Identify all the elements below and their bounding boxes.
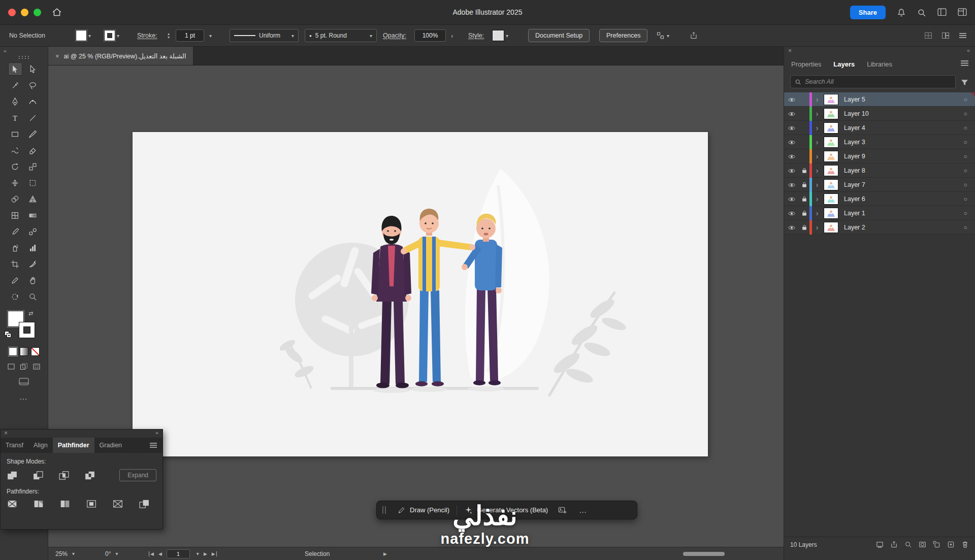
- layer-row[interactable]: ›Layer 1○: [784, 206, 975, 220]
- first-artboard-icon[interactable]: ◀: [149, 551, 154, 556]
- eraser-tool[interactable]: [26, 144, 40, 157]
- reference-image-button[interactable]: [553, 501, 572, 519]
- taskbar-drag-handle[interactable]: [382, 506, 386, 514]
- layer-thumbnail[interactable]: [824, 137, 838, 147]
- target-circle-icon[interactable]: ○: [958, 195, 973, 203]
- layer-thumbnail[interactable]: [824, 180, 838, 190]
- target-circle-icon[interactable]: ○: [958, 96, 973, 103]
- artboard-tool[interactable]: [8, 257, 22, 271]
- zoom-tool[interactable]: [26, 290, 40, 303]
- lock-icon[interactable]: [799, 210, 809, 216]
- panel-stack-icon[interactable]: [937, 8, 947, 17]
- tab-layers[interactable]: Layers: [833, 60, 855, 68]
- expand-chevron-icon[interactable]: ›: [812, 181, 822, 188]
- layer-thumbnail[interactable]: [824, 109, 838, 119]
- new-layer-icon[interactable]: [947, 541, 955, 548]
- layer-row[interactable]: ›Layer 4○: [784, 121, 975, 135]
- clipping-mask-icon[interactable]: [919, 541, 926, 548]
- slice-tool[interactable]: [26, 257, 40, 271]
- edit-toolbar-more-icon[interactable]: …: [0, 392, 48, 402]
- layer-name[interactable]: Layer 7: [840, 181, 958, 188]
- opacity-options-arrow[interactable]: ›: [451, 32, 453, 40]
- shaper-tool[interactable]: [8, 144, 22, 157]
- style-swatch[interactable]: [493, 30, 504, 41]
- visibility-eye-icon[interactable]: [784, 140, 799, 145]
- variable-width-profile-dropdown[interactable]: Uniform ▾: [230, 29, 299, 42]
- outline-button[interactable]: [112, 499, 123, 509]
- line-segment-tool[interactable]: [26, 111, 40, 124]
- preferences-button[interactable]: Preferences: [599, 29, 647, 42]
- layer-row[interactable]: ›Layer 5○: [784, 92, 975, 107]
- layers-search-field[interactable]: [790, 75, 956, 88]
- layer-thumbnail[interactable]: [824, 94, 838, 105]
- opacity-field[interactable]: 100%: [414, 29, 446, 42]
- snap-options-dropdown[interactable]: ▾: [656, 31, 669, 40]
- layer-name[interactable]: Layer 8: [840, 167, 958, 174]
- tab-align[interactable]: Align: [28, 438, 53, 453]
- layer-row[interactable]: ›Layer 2○: [784, 220, 975, 235]
- brush-definition-dropdown[interactable]: ● 5 pt. Round ▾: [305, 29, 377, 42]
- delete-icon[interactable]: [961, 541, 969, 548]
- search-icon[interactable]: [904, 541, 912, 548]
- expand-chevron-icon[interactable]: ›: [812, 153, 822, 160]
- visibility-eye-icon[interactable]: [784, 225, 799, 230]
- expand-button[interactable]: Expand: [119, 469, 156, 481]
- paintbrush-tool[interactable]: [26, 127, 40, 141]
- draw-pencil-button[interactable]: Draw (Pencil): [392, 501, 454, 519]
- swap-fill-stroke-icon[interactable]: ⇄: [28, 310, 33, 317]
- layer-name[interactable]: Layer 5: [840, 96, 958, 103]
- layer-name[interactable]: Layer 10: [840, 110, 958, 117]
- layer-name[interactable]: Layer 4: [840, 124, 958, 131]
- graphic-style-dropdown[interactable]: ▾: [493, 30, 508, 41]
- stroke-swatch-dropdown[interactable]: ▾: [105, 30, 119, 41]
- lock-icon[interactable]: [799, 224, 809, 230]
- visibility-eye-icon[interactable]: [784, 97, 799, 103]
- target-circle-icon[interactable]: ○: [958, 167, 973, 174]
- target-circle-icon[interactable]: ○: [958, 224, 973, 231]
- rectangle-tool[interactable]: [8, 127, 22, 141]
- layer-thumbnail[interactable]: [824, 166, 838, 176]
- stroke-weight-dropdown-icon[interactable]: ▾: [209, 33, 212, 39]
- layer-thumbnail[interactable]: [824, 194, 838, 204]
- target-circle-icon[interactable]: ○: [958, 210, 973, 217]
- expand-chevron-icon[interactable]: ›: [812, 167, 822, 174]
- eyedropper-tool[interactable]: [8, 225, 22, 238]
- gradient-button[interactable]: [20, 348, 28, 355]
- tab-libraries[interactable]: Libraries: [867, 60, 892, 68]
- expand-chevron-icon[interactable]: ›: [812, 195, 822, 203]
- target-circle-icon[interactable]: ○: [958, 181, 973, 188]
- export-document-icon[interactable]: [690, 31, 698, 40]
- lock-icon[interactable]: [799, 168, 809, 174]
- layer-name[interactable]: Layer 1: [840, 210, 958, 217]
- layer-name[interactable]: Layer 6: [840, 195, 958, 203]
- expand-chevron-icon[interactable]: ›: [812, 96, 822, 103]
- tab-properties[interactable]: Properties: [791, 60, 821, 68]
- change-screen-mode-icon[interactable]: [19, 378, 29, 385]
- shape-builder-tool[interactable]: [8, 192, 22, 206]
- expand-chevron-icon[interactable]: ›: [812, 139, 822, 146]
- share-button[interactable]: Share: [850, 6, 886, 19]
- artboard-list-icon[interactable]: ▾: [197, 551, 199, 556]
- minimize-window-button[interactable]: [21, 9, 28, 16]
- stroke-label[interactable]: Stroke:: [137, 32, 157, 39]
- arrange-documents-icon[interactable]: [941, 32, 950, 39]
- next-artboard-icon[interactable]: ▶: [204, 551, 207, 556]
- filter-funnel-icon[interactable]: [960, 78, 969, 86]
- rotate-tool[interactable]: [8, 160, 22, 173]
- fill-swatch-dropdown[interactable]: ▾: [76, 30, 91, 41]
- panel-close-icon[interactable]: ×: [788, 47, 792, 54]
- fill-swatch[interactable]: [76, 30, 86, 41]
- tab-gradient[interactable]: Gradien: [94, 438, 127, 453]
- lock-icon[interactable]: [799, 196, 809, 202]
- unite-button[interactable]: [7, 471, 18, 480]
- style-label[interactable]: Style:: [468, 32, 484, 39]
- default-fill-stroke-icon[interactable]: [5, 332, 11, 338]
- hand-tool[interactable]: [26, 274, 40, 287]
- curvature-tool[interactable]: [26, 95, 40, 108]
- stroke-weight-stepper[interactable]: ▴▾: [168, 32, 170, 39]
- visibility-eye-icon[interactable]: [784, 211, 799, 216]
- crop-button[interactable]: [86, 499, 97, 509]
- layer-row[interactable]: ›Layer 6○: [784, 192, 975, 206]
- layer-thumbnail[interactable]: [824, 151, 838, 161]
- panel-menu-icon[interactable]: [149, 442, 157, 448]
